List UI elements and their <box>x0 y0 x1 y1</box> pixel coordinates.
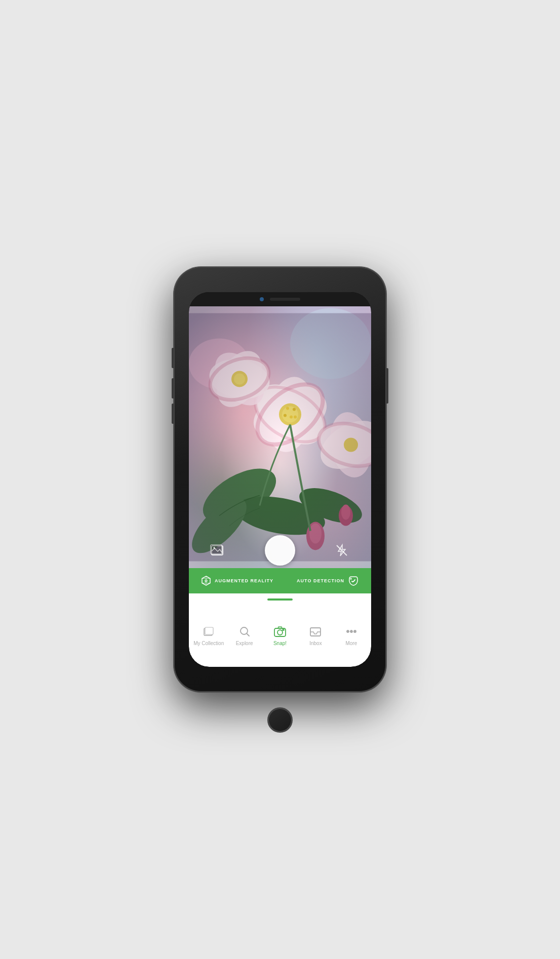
auto-detection-button[interactable]: AUTO DETECTION <box>297 575 359 587</box>
home-button[interactable] <box>267 707 293 733</box>
ar-detection-bar: AUGMENTED REALITY AUTO DETECTION <box>189 568 371 593</box>
tab-more-label: More <box>345 641 357 646</box>
tab-my-collection[interactable]: My Collection <box>191 624 226 646</box>
tab-snap[interactable]: Snap! <box>262 624 298 646</box>
augmented-reality-button[interactable]: AUGMENTED REALITY <box>201 575 273 586</box>
tab-inbox[interactable]: Inbox <box>298 624 333 646</box>
tab-bar: My Collection Explore <box>189 593 371 667</box>
collection-icon <box>202 624 216 638</box>
tab-items: My Collection Explore <box>189 604 371 667</box>
tab-explore[interactable]: Explore <box>226 624 262 646</box>
svg-rect-36 <box>189 313 371 562</box>
tab-my-collection-label: My Collection <box>193 641 224 646</box>
camera-image <box>189 306 371 568</box>
svg-rect-49 <box>283 629 284 630</box>
tab-snap-label: Snap! <box>273 641 287 646</box>
auto-detection-label: AUTO DETECTION <box>297 578 344 583</box>
camera-controls <box>189 533 371 568</box>
svg-point-51 <box>347 630 349 632</box>
snap-icon <box>273 624 287 638</box>
svg-line-46 <box>247 633 249 636</box>
svg-point-48 <box>277 630 283 635</box>
explore-icon <box>237 624 252 638</box>
svg-point-53 <box>354 630 356 632</box>
svg-point-42 <box>350 578 352 580</box>
more-icon <box>344 624 358 638</box>
camera-viewfinder <box>189 306 371 568</box>
tab-inbox-label: Inbox <box>309 641 322 646</box>
tab-more[interactable]: More <box>334 624 369 646</box>
front-camera <box>260 297 264 301</box>
phone-screen: AUGMENTED REALITY AUTO DETECTION <box>189 292 371 667</box>
tab-bar-handle <box>267 598 293 601</box>
svg-point-52 <box>350 630 352 632</box>
speaker <box>270 298 300 301</box>
gallery-button[interactable] <box>209 541 227 560</box>
inbox-icon <box>308 624 323 638</box>
phone-device: AUGMENTED REALITY AUTO DETECTION <box>174 267 386 692</box>
shutter-button[interactable] <box>265 535 295 566</box>
status-bar <box>189 292 371 306</box>
flash-button[interactable] <box>333 541 351 560</box>
ar-label: AUGMENTED REALITY <box>215 578 273 583</box>
svg-rect-44 <box>205 627 213 634</box>
tab-explore-label: Explore <box>236 641 253 646</box>
svg-point-39 <box>213 547 215 549</box>
